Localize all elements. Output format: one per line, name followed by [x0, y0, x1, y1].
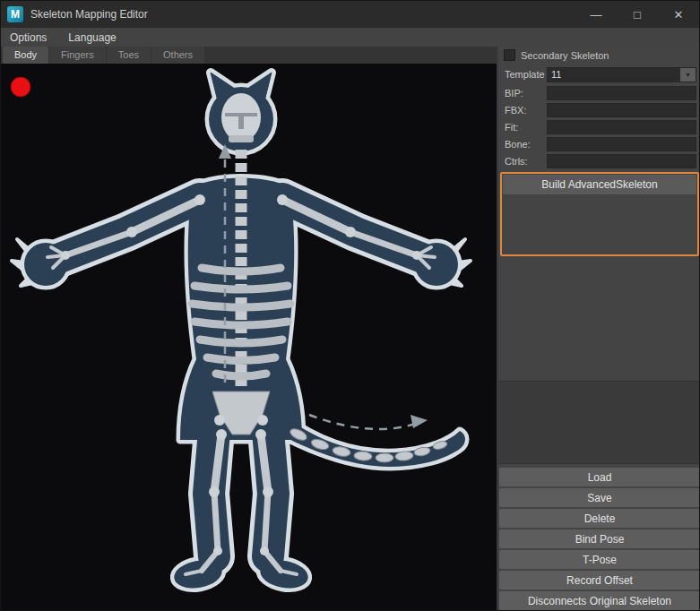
bone-input[interactable]	[547, 137, 696, 151]
bip-input[interactable]	[547, 86, 696, 100]
ctrls-label: Ctrls:	[505, 156, 528, 167]
bind-pose-button[interactable]: Bind Pose	[499, 529, 700, 548]
fit-input[interactable]	[547, 120, 696, 134]
maximize-icon: □	[634, 8, 641, 22]
viewport-canvas[interactable]	[1, 64, 497, 611]
action-button-stack: Load Save Delete Bind Pose T-Pose Record…	[499, 468, 700, 611]
build-advancedskeleton-button[interactable]: Build AdvancedSkeleton	[503, 175, 696, 194]
menubar: Options Language	[1, 28, 699, 47]
template-row: Template 11 ▼	[498, 67, 700, 82]
skeleton-mapping-editor-window: M Skeleton Mapping Editor — □ ✕ Options …	[0, 0, 700, 611]
tab-fingers[interactable]: Fingers	[49, 47, 106, 64]
menu-language[interactable]: Language	[68, 31, 116, 44]
secondary-skeleton-label: Secondary Skeleton	[521, 50, 609, 61]
fit-label: Fit:	[505, 122, 518, 133]
titlebar[interactable]: M Skeleton Mapping Editor — □ ✕	[1, 1, 699, 28]
close-icon: ✕	[674, 8, 684, 22]
delete-button[interactable]: Delete	[499, 509, 700, 528]
window-controls: — □ ✕	[575, 1, 699, 28]
tab-toes[interactable]: Toes	[107, 47, 151, 64]
right-panel: Secondary Skeleton Template 11 ▼ BIP: FB…	[497, 47, 700, 611]
ctrls-row: Ctrls:	[498, 154, 700, 168]
record-indicator-icon[interactable]	[11, 77, 30, 97]
template-dropdown[interactable]: 11 ▼	[547, 67, 696, 82]
build-section-highlight: Build AdvancedSkeleton	[500, 172, 699, 256]
maya-logo-letter: M	[11, 8, 20, 21]
menu-options[interactable]: Options	[10, 31, 47, 44]
fbx-label: FBX:	[505, 105, 526, 116]
chevron-down-icon[interactable]: ▼	[680, 68, 696, 82]
chevron-down-glyph: ▼	[685, 72, 691, 78]
tab-others[interactable]: Others	[151, 47, 204, 64]
minimize-icon: —	[591, 8, 602, 22]
fit-row: Fit:	[498, 120, 700, 134]
tab-body[interactable]: Body	[3, 47, 48, 64]
character-illustration	[1, 64, 497, 611]
bip-label: BIP:	[505, 88, 523, 99]
maximize-button[interactable]: □	[617, 1, 658, 28]
tab-strip: Body Fingers Toes Others	[1, 47, 497, 64]
save-button[interactable]: Save	[499, 488, 700, 507]
fbx-row: FBX:	[498, 103, 700, 117]
tail-direction-arrow	[309, 415, 415, 429]
minimize-button[interactable]: —	[575, 1, 617, 28]
secondary-skeleton-row: Secondary Skeleton	[504, 49, 609, 61]
template-label: Template	[505, 69, 545, 80]
ctrls-input[interactable]	[547, 154, 696, 168]
record-offset-button[interactable]: Record Offset	[499, 571, 700, 589]
maya-logo-icon: M	[7, 6, 23, 22]
load-button[interactable]: Load	[499, 468, 700, 486]
template-value: 11	[548, 68, 680, 82]
bone-label: Bone:	[505, 139, 531, 150]
close-button[interactable]: ✕	[658, 1, 699, 28]
secondary-skeleton-checkbox[interactable]	[504, 49, 515, 61]
bone-row: Bone:	[498, 137, 700, 151]
disconnects-original-skeleton-button[interactable]: Disconnects Original Skeleton	[499, 591, 700, 610]
fbx-input[interactable]	[547, 103, 696, 117]
bip-row: BIP:	[498, 86, 700, 100]
t-pose-button[interactable]: T-Pose	[499, 550, 700, 569]
window-title: Skeleton Mapping Editor	[30, 8, 148, 21]
empty-list-area	[498, 381, 700, 464]
